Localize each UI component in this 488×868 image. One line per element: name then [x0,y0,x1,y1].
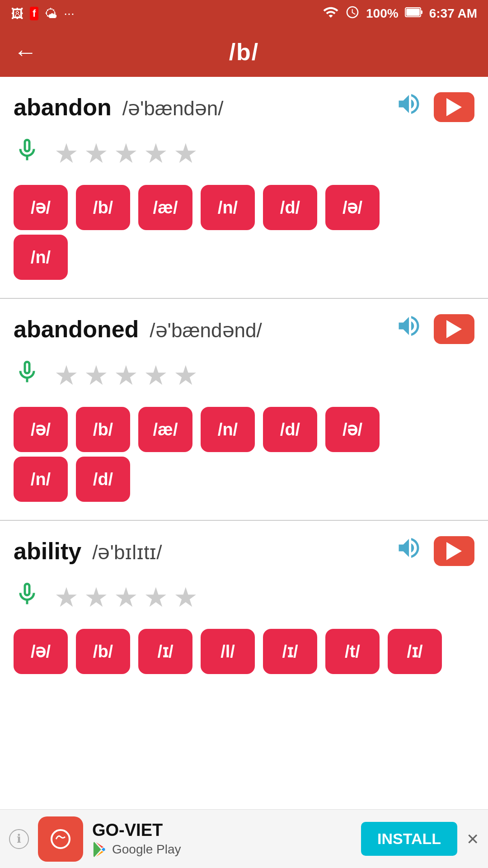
phoneme-btn-abandoned-2[interactable]: /æ/ [138,407,192,452]
phoneme-btn-abandoned-1[interactable]: /b/ [76,407,130,452]
phoneme-btn-abandoned-5[interactable]: /ə/ [325,407,380,452]
phoneme-row-abandoned-2: /n/ /d/ [14,457,474,502]
phoneme-btn-abandon-0[interactable]: /ə/ [14,185,68,230]
word-actions-abandon [393,90,474,123]
word-entry-abandon: abandon /ə'bændən/ ★ ★ ★ ★ ★ [0,77,488,299]
alarm-icon [345,5,360,23]
stars-mic-row-ability: ★ ★ ★ ★ ★ [14,578,474,616]
sound-button-abandoned[interactable] [393,312,425,345]
ad-text-group: GO-VIET Google Play [92,821,352,857]
word-header-row-abandon: abandon /ə'bændən/ [14,90,474,123]
back-button[interactable]: ← [14,38,37,66]
weather-icon: 🌤 [45,6,57,21]
stars-mic-row-abandoned: ★ ★ ★ ★ ★ [14,356,474,394]
star-ab-5[interactable]: ★ [174,359,198,391]
status-left-icons: 🖼 f 🌤 ··· [11,6,75,21]
ad-subtitle-text: Google Play [112,842,181,857]
stars-mic-row-abandon: ★ ★ ★ ★ ★ [14,134,474,172]
phoneme-btn-abandoned-7[interactable]: /d/ [76,457,130,502]
phoneme-row-ability-1: /ə/ /b/ /ɪ/ /l/ /ɪ/ /t/ /ɪ/ [14,629,474,674]
phoneme-btn-ability-1[interactable]: /b/ [76,629,130,674]
star-3[interactable]: ★ [114,137,138,169]
phoneme-btn-abandon-6[interactable]: /n/ [14,235,68,280]
word-entry-ability: ability /ə'bɪlɪtɪ/ ★ ★ ★ ★ ★ [0,521,488,692]
star-rating-ability[interactable]: ★ ★ ★ ★ ★ [54,581,198,613]
word-actions-ability [393,534,474,567]
svg-rect-2 [421,10,422,14]
star-1[interactable]: ★ [54,137,79,169]
ad-close-button[interactable]: ✕ [466,830,479,848]
image-icon: 🖼 [11,6,23,21]
star-rating-abandon[interactable]: ★ ★ ★ ★ ★ [54,137,198,169]
star-rating-abandoned[interactable]: ★ ★ ★ ★ ★ [54,359,198,391]
youtube-button-abandon[interactable] [434,92,474,122]
mic-button-abandon[interactable] [14,134,41,172]
svg-rect-1 [406,9,420,16]
phoneme-btn-ability-0[interactable]: /ə/ [14,629,68,674]
star-5[interactable]: ★ [174,137,198,169]
star-ab2-3[interactable]: ★ [114,581,138,613]
ad-install-button[interactable]: INSTALL [361,822,457,856]
word-phonetic-abandon: /ə'bændən/ [122,97,224,120]
phoneme-row-abandon-2: /n/ [14,235,474,280]
star-ab2-4[interactable]: ★ [144,581,168,613]
star-4[interactable]: ★ [144,137,168,169]
star-ab-3[interactable]: ★ [114,359,138,391]
star-2[interactable]: ★ [84,137,108,169]
star-ab2-2[interactable]: ★ [84,581,108,613]
word-header-row-ability: ability /ə'bɪlɪtɪ/ [14,534,474,567]
ad-banner: ℹ GO-VIET Google Play INSTALL ✕ [0,809,488,868]
word-header-row-abandoned: abandoned /ə'bændənd/ [14,312,474,345]
sound-button-abandon[interactable] [393,90,425,123]
word-phonetic-abandoned: /ə'bændənd/ [150,319,262,342]
phoneme-btn-abandon-5[interactable]: /ə/ [325,185,380,230]
phoneme-btn-abandoned-0[interactable]: /ə/ [14,407,68,452]
time-display: 6:37 AM [429,6,477,21]
star-ab2-1[interactable]: ★ [54,581,79,613]
youtube-button-abandoned[interactable] [434,314,474,344]
sound-button-ability[interactable] [393,534,425,567]
word-text-abandoned: abandoned [14,316,139,343]
phoneme-btn-ability-2[interactable]: /ɪ/ [138,629,192,674]
page-title: /b/ [229,38,259,66]
star-ab-2[interactable]: ★ [84,359,108,391]
youtube-button-ability[interactable] [434,536,474,566]
ad-logo [38,816,83,862]
phoneme-btn-abandon-4[interactable]: /d/ [263,185,317,230]
phoneme-btn-ability-5[interactable]: /t/ [325,629,380,674]
phoneme-btn-abandoned-6[interactable]: /n/ [14,457,68,502]
phoneme-btn-abandon-1[interactable]: /b/ [76,185,130,230]
mic-button-ability[interactable] [14,578,41,616]
status-bar: 🖼 f 🌤 ··· 100% 6:37 AM [0,0,488,27]
star-ab-1[interactable]: ★ [54,359,79,391]
word-text-group-abandon: abandon /ə'bændən/ [14,94,224,121]
ad-title: GO-VIET [92,821,352,840]
word-text-ability: ability [14,538,81,565]
battery-icon [405,6,423,22]
word-actions-abandoned [393,312,474,345]
mic-button-abandoned[interactable] [14,356,41,394]
ad-subtitle: Google Play [92,842,352,857]
page-header: ← /b/ [0,27,488,77]
phoneme-btn-abandon-3[interactable]: /n/ [201,185,255,230]
phoneme-btn-ability-3[interactable]: /l/ [201,629,255,674]
phoneme-btn-abandon-2[interactable]: /æ/ [138,185,192,230]
phoneme-btn-ability-4[interactable]: /ɪ/ [263,629,317,674]
info-icon: ℹ [17,832,21,846]
phoneme-btn-ability-6[interactable]: /ɪ/ [388,629,442,674]
ad-info-button[interactable]: ℹ [9,829,29,849]
phoneme-btn-abandoned-4[interactable]: /d/ [263,407,317,452]
word-list: abandon /ə'bændən/ ★ ★ ★ ★ ★ [0,77,488,755]
phoneme-row-abandoned-1: /ə/ /b/ /æ/ /n/ /d/ /ə/ [14,407,474,452]
word-text-abandon: abandon [14,94,112,121]
word-text-group-abandoned: abandoned /ə'bændənd/ [14,316,262,343]
battery-label: 100% [366,6,399,21]
flipboard-icon: f [30,7,38,20]
google-play-icon [92,842,108,857]
phoneme-btn-abandoned-3[interactable]: /n/ [201,407,255,452]
youtube-play-icon [446,98,462,116]
star-ab2-5[interactable]: ★ [174,581,198,613]
star-ab-4[interactable]: ★ [144,359,168,391]
word-entry-abandoned: abandoned /ə'bændənd/ ★ ★ ★ ★ ★ [0,299,488,521]
wifi-icon [323,4,339,24]
